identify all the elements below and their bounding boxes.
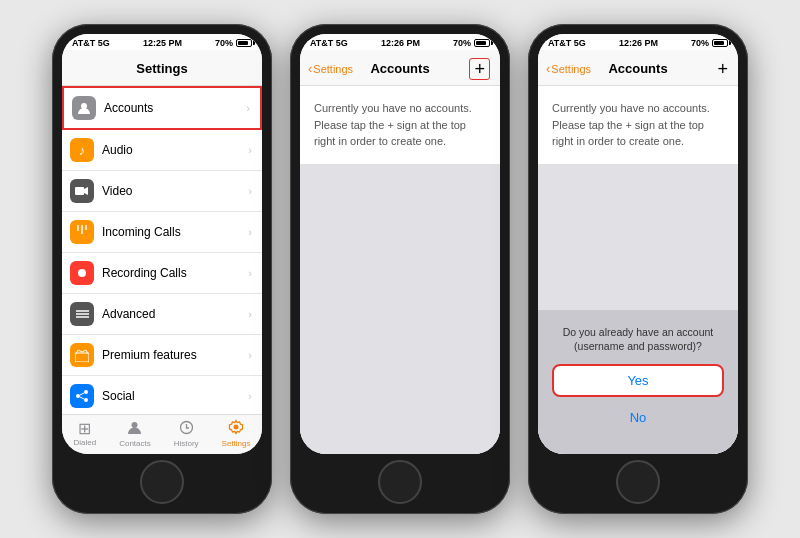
accounts-gray-area-2: [300, 165, 500, 455]
accounts-icon: [72, 96, 96, 120]
contacts-label: Contacts: [119, 439, 151, 448]
battery-icon-2: [474, 39, 490, 47]
svg-rect-10: [75, 353, 89, 362]
incoming-calls-chevron: ›: [248, 226, 252, 238]
phone-1: AT&T 5G 12:25 PM 70% Settings Accounts: [52, 24, 272, 514]
bottom-nav-contacts[interactable]: Contacts: [119, 420, 151, 448]
time-1: 12:25 PM: [143, 38, 182, 48]
svg-point-13: [84, 398, 88, 402]
bottom-nav-1: ⊞ Dialed Contacts History: [62, 414, 262, 454]
incoming-calls-label: Incoming Calls: [102, 225, 248, 239]
dialog-no-button[interactable]: No: [552, 403, 724, 432]
nav-bar-1: Settings: [62, 50, 262, 86]
settings-item-recording-calls[interactable]: Recording Calls ›: [62, 253, 262, 294]
svg-point-12: [84, 390, 88, 394]
settings-item-accounts[interactable]: Accounts ›: [62, 86, 262, 130]
status-bar-2: AT&T 5G 12:26 PM 70%: [300, 34, 500, 50]
premium-chevron: ›: [248, 349, 252, 361]
back-label-3: Settings: [551, 63, 591, 75]
battery-3: 70%: [691, 38, 728, 48]
battery-icon-1: [236, 39, 252, 47]
dialed-label: Dialed: [73, 438, 96, 447]
back-chevron-3: ‹: [546, 61, 550, 76]
status-bar-1: AT&T 5G 12:25 PM 70%: [62, 34, 262, 50]
carrier-3: AT&T 5G: [548, 38, 586, 48]
video-icon: [70, 179, 94, 203]
settings-item-incoming-calls[interactable]: Incoming Calls ›: [62, 212, 262, 253]
bottom-nav-history[interactable]: History: [174, 420, 199, 448]
nav-title-2: Accounts: [370, 61, 429, 76]
phones-container: AT&T 5G 12:25 PM 70% Settings Accounts: [32, 4, 768, 534]
svg-point-19: [234, 425, 239, 430]
dialog-yes-button[interactable]: Yes: [552, 364, 724, 397]
incoming-calls-icon: [70, 220, 94, 244]
carrier-2: AT&T 5G: [310, 38, 348, 48]
status-bar-3: AT&T 5G 12:26 PM 70%: [538, 34, 738, 50]
premium-icon: [70, 343, 94, 367]
phone-3: AT&T 5G 12:26 PM 70% ‹ Settings Accounts…: [528, 24, 748, 514]
history-icon: [179, 420, 194, 438]
dialed-icon: ⊞: [78, 421, 91, 437]
phone-2-screen: AT&T 5G 12:26 PM 70% ‹ Settings Accounts…: [300, 34, 500, 454]
svg-point-11: [76, 394, 80, 398]
phone-2: AT&T 5G 12:26 PM 70% ‹ Settings Accounts…: [290, 24, 510, 514]
video-label: Video: [102, 184, 248, 198]
phone-1-home-button[interactable]: [140, 460, 184, 504]
settings-item-premium[interactable]: Premium features ›: [62, 335, 262, 376]
nav-title-1: Settings: [136, 61, 187, 76]
nav-bar-3: ‹ Settings Accounts +: [538, 50, 738, 86]
settings-icon: [228, 419, 244, 438]
advanced-label: Advanced: [102, 307, 248, 321]
bottom-nav-dialed[interactable]: ⊞ Dialed: [73, 421, 96, 447]
phone-1-screen: AT&T 5G 12:25 PM 70% Settings Accounts: [62, 34, 262, 454]
nav-back-2[interactable]: ‹ Settings: [308, 61, 353, 76]
nav-back-3[interactable]: ‹ Settings: [546, 61, 591, 76]
settings-list: Accounts › ♪ Audio › Video ›: [62, 86, 262, 414]
recording-calls-label: Recording Calls: [102, 266, 248, 280]
audio-chevron: ›: [248, 144, 252, 156]
contacts-icon: [127, 420, 142, 438]
time-2: 12:26 PM: [381, 38, 420, 48]
phone-3-home-button[interactable]: [616, 460, 660, 504]
audio-label: Audio: [102, 143, 248, 157]
account-dialog: Do you already have an account (username…: [538, 310, 738, 454]
nav-bar-2: ‹ Settings Accounts +: [300, 50, 500, 86]
settings-item-audio[interactable]: ♪ Audio ›: [62, 130, 262, 171]
recording-calls-chevron: ›: [248, 267, 252, 279]
add-account-button[interactable]: +: [469, 58, 490, 80]
social-icon: [70, 384, 94, 408]
advanced-icon: [70, 302, 94, 326]
social-chevron: ›: [248, 390, 252, 402]
video-chevron: ›: [248, 185, 252, 197]
settings-item-advanced[interactable]: Advanced ›: [62, 294, 262, 335]
svg-rect-1: [75, 187, 84, 195]
carrier-1: AT&T 5G: [72, 38, 110, 48]
premium-label: Premium features: [102, 348, 248, 362]
bottom-nav-settings[interactable]: Settings: [222, 419, 251, 448]
battery-1: 70%: [215, 38, 252, 48]
advanced-chevron: ›: [248, 308, 252, 320]
dialog-question: Do you already have an account (username…: [552, 325, 724, 354]
add-account-button-3[interactable]: +: [717, 60, 728, 78]
settings-item-social[interactable]: Social ›: [62, 376, 262, 414]
phone-2-home-button[interactable]: [378, 460, 422, 504]
history-label: History: [174, 439, 199, 448]
svg-point-17: [132, 422, 138, 428]
svg-line-14: [80, 393, 84, 395]
svg-line-15: [80, 397, 84, 399]
time-3: 12:26 PM: [619, 38, 658, 48]
social-label: Social: [102, 389, 248, 403]
settings-label: Settings: [222, 439, 251, 448]
nav-title-3: Accounts: [608, 61, 667, 76]
phone-3-screen: AT&T 5G 12:26 PM 70% ‹ Settings Accounts…: [538, 34, 738, 454]
accounts-label: Accounts: [104, 101, 246, 115]
back-chevron-2: ‹: [308, 61, 312, 76]
accounts-empty-text-3: Currently you have no accounts. Please t…: [538, 86, 738, 165]
accounts-chevron: ›: [246, 102, 250, 114]
settings-item-video[interactable]: Video ›: [62, 171, 262, 212]
accounts-empty-text-2: Currently you have no accounts. Please t…: [300, 86, 500, 165]
audio-icon: ♪: [70, 138, 94, 162]
battery-icon-3: [712, 39, 728, 47]
accounts-content-2: Currently you have no accounts. Please t…: [300, 86, 500, 454]
back-label-2: Settings: [313, 63, 353, 75]
